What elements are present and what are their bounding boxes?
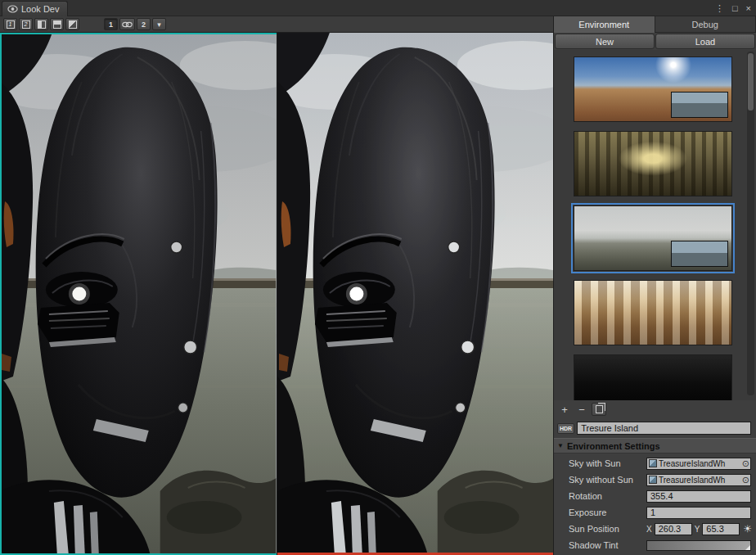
rotation-input[interactable] (646, 490, 751, 503)
single-view-1-icon: 1 (7, 20, 15, 29)
duplicate-environment-button[interactable] (592, 403, 606, 416)
foldout-icon: ▼ (557, 442, 564, 449)
titlebar: Look Dev ⋮ □ × (0, 0, 756, 16)
preview-inset (671, 92, 728, 118)
sun-position-y-input[interactable] (702, 523, 740, 535)
panel-tabs: Environment Debug (554, 16, 756, 33)
section-title: Environment Settings (567, 441, 660, 451)
hdr-badge: HDR (557, 423, 574, 434)
link-environments-button[interactable] (119, 18, 135, 30)
viewport (0, 33, 553, 555)
sky-with-sun-label: Sky with Sun (569, 458, 644, 468)
hdr-name-row: HDR (554, 418, 756, 438)
single-view-2-icon: 2 (22, 20, 30, 29)
hdri-church-interior[interactable] (574, 280, 732, 345)
setting-row-sky-with-sun: Sky with Sun TreasureIslandWh ⊙ (554, 455, 756, 472)
scrollbar[interactable] (747, 52, 754, 395)
setting-row-sun-position: Sun Position X Y ☀ (554, 521, 756, 537)
chevron-down-icon: ▾ (157, 20, 161, 29)
look-dev-window: Look Dev ⋮ □ × 1 2 1 (0, 0, 756, 555)
split-screen-icon (53, 20, 61, 29)
environment-1-label: 1 (109, 20, 113, 29)
sky-without-sun-label: Sky without Sun (569, 475, 644, 485)
sun-position-label: Sun Position (569, 524, 644, 534)
duplicate-icon (596, 405, 603, 413)
environment-name-input[interactable] (577, 422, 751, 435)
shadow-tint-swatch[interactable] (646, 540, 751, 551)
layout-split-screen-button[interactable] (50, 18, 64, 30)
sun-icon[interactable]: ☀ (743, 523, 752, 535)
remove-environment-button[interactable]: − (574, 403, 589, 416)
sky-without-sun-value: TreasureIslandWh (659, 476, 740, 485)
eye-icon (7, 5, 18, 13)
setting-row-rotation: Rotation (554, 488, 756, 504)
viewport-toolbar: 1 2 1 2 ▾ (0, 16, 553, 33)
sun-position-x-input[interactable] (655, 523, 692, 535)
hdri-desert-sun[interactable] (574, 56, 732, 122)
sky-with-sun-value: TreasureIslandWh (659, 459, 740, 468)
object-picker-icon[interactable]: ⊙ (742, 459, 749, 468)
link-icon (122, 21, 133, 28)
hdri-list (554, 50, 756, 400)
close-icon[interactable]: × (746, 2, 751, 15)
environment-1-button[interactable]: 1 (104, 18, 118, 30)
window-tab-title: Look Dev (21, 4, 59, 14)
setting-row-sky-without-sun: Sky without Sun TreasureIslandWh ⊙ (554, 472, 756, 488)
environment-2-label: 2 (142, 20, 146, 29)
layout-zone-button[interactable] (65, 18, 79, 30)
sky-with-sun-object-field[interactable]: TreasureIslandWh ⊙ (646, 458, 751, 470)
hdri-list-controls: + − (554, 400, 756, 418)
shadow-tint-label: Shadow Tint (569, 540, 644, 550)
y-axis-label: Y (695, 525, 700, 534)
sky-without-sun-object-field[interactable]: TreasureIslandWh ⊙ (646, 474, 751, 486)
load-button[interactable]: Load (655, 34, 755, 49)
viewport-environment-1[interactable] (0, 33, 277, 555)
cubemap-thumbnail-icon (649, 459, 657, 467)
environment-actions: New Load (554, 33, 756, 50)
view-options-dropdown[interactable]: ▾ (152, 18, 166, 30)
layout-single-1-button[interactable]: 1 (3, 18, 17, 30)
scrollbar-thumb[interactable] (748, 53, 754, 111)
environment-panel: Environment Debug New Load + − HDR ▼ Env… (553, 16, 756, 555)
side-by-side-icon (38, 20, 46, 29)
window-controls: ⋮ □ × (715, 2, 751, 15)
look-dev-tab[interactable]: Look Dev (2, 1, 68, 16)
settings-rows: Sky with Sun TreasureIslandWh ⊙ Sky with… (554, 453, 756, 553)
new-button[interactable]: New (555, 34, 655, 49)
layout-side-by-side-button[interactable] (34, 18, 48, 30)
environment-settings-header[interactable]: ▼ Environment Settings (554, 438, 756, 453)
setting-row-shadow-tint: Shadow Tint (554, 537, 756, 553)
maximize-icon[interactable]: □ (732, 2, 738, 15)
object-picker-icon[interactable]: ⊙ (742, 476, 749, 485)
add-environment-button[interactable]: + (557, 403, 572, 416)
x-axis-label: X (646, 525, 652, 534)
setting-row-exposure: Exposure (554, 504, 756, 521)
exposure-input[interactable] (646, 507, 751, 519)
tab-debug[interactable]: Debug (655, 16, 756, 33)
menu-icon[interactable]: ⋮ (715, 2, 724, 15)
exposure-label: Exposure (569, 508, 644, 517)
rotation-label: Rotation (569, 491, 644, 501)
hdri-treasure-island[interactable] (574, 205, 732, 271)
hdri-forest[interactable] (574, 131, 732, 196)
tab-environment[interactable]: Environment (554, 16, 655, 33)
zone-split-icon (69, 20, 77, 29)
preview-inset (671, 241, 728, 267)
hdri-dark[interactable] (574, 354, 732, 400)
environment-2-button[interactable]: 2 (137, 18, 151, 30)
layout-single-2-button[interactable]: 2 (19, 18, 33, 30)
viewport-environment-2[interactable] (277, 33, 554, 555)
cubemap-thumbnail-icon (649, 476, 657, 484)
